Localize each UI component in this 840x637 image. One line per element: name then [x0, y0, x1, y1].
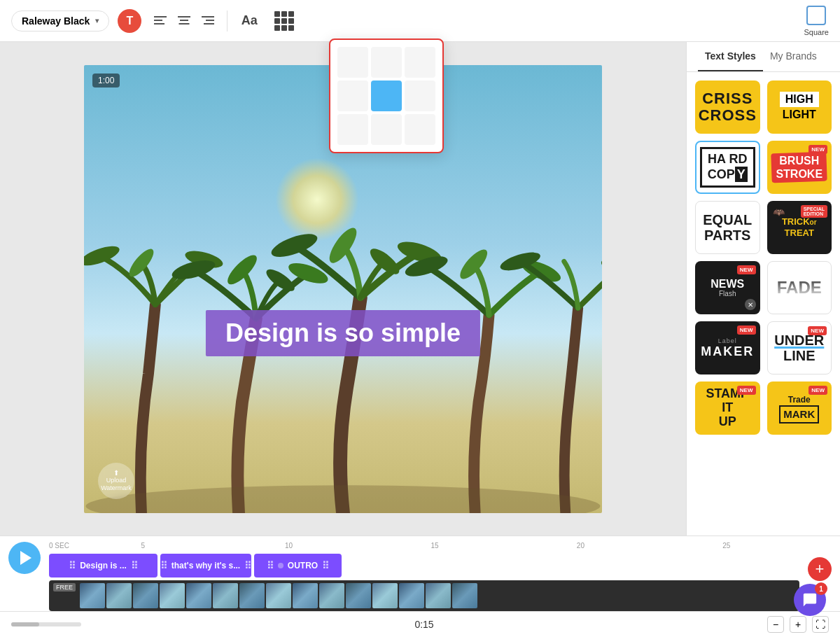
grid-cell-2[interactable] — [371, 47, 402, 78]
new-badge-news: NEW — [737, 265, 756, 274]
grid-cell-7[interactable] — [337, 114, 368, 145]
style-card-news-flash[interactable]: NEWS Flash NEW ✕ — [695, 261, 760, 314]
equal-parts-label: EQUALPARTS — [703, 212, 752, 243]
thumb-1 — [80, 583, 105, 608]
thumb-3 — [133, 583, 158, 608]
style-card-criss-cross[interactable]: CRISSCROSS — [695, 80, 760, 134]
tab-text-styles[interactable]: Text Styles — [698, 42, 763, 71]
drag-handle-2: ⠿ — [160, 560, 167, 571]
style-card-hard-copy[interactable]: HA RDCOPY — [695, 141, 760, 194]
scrollbar-thumb[interactable] — [11, 622, 39, 626]
clip1-label: Design is ... — [80, 561, 127, 570]
thumb-5 — [186, 583, 211, 608]
style-card-underline[interactable]: UNDERLINE NEW — [767, 321, 832, 374]
style-card-stamp-it-up[interactable]: STAMPITUP NEW — [695, 382, 760, 435]
grid-cell-5-active[interactable] — [371, 80, 402, 111]
ruler-10: 10 — [216, 542, 361, 550]
align-center-button[interactable] — [174, 10, 195, 31]
trademark-label: Trade MARK — [779, 393, 819, 424]
new-badge-stamp: NEW — [737, 386, 756, 395]
clip3-label: OUTRO — [288, 561, 318, 570]
thumb-13 — [399, 583, 424, 608]
play-button[interactable] — [8, 542, 41, 574]
maker-label: MAKER — [701, 344, 754, 359]
ruler-15: 15 — [362, 542, 507, 550]
label-top: Label — [701, 337, 754, 344]
clip-design-is[interactable]: ⠿ Design is ... ⠿ — [49, 554, 158, 578]
avatar: T — [118, 9, 141, 33]
font-name-label: Raleway Black — [22, 15, 90, 27]
chevron-down-icon: ▾ — [95, 17, 99, 24]
close-icon[interactable]: ✕ — [745, 299, 756, 310]
clip-thats-why[interactable]: ⠿ that's why it's s... ⠿ — [160, 554, 251, 578]
style-card-trade-mark[interactable]: Trade MARK NEW — [767, 382, 832, 435]
style-card-fade[interactable]: FADE — [767, 261, 832, 314]
svg-point-18 — [325, 223, 361, 266]
thumb-11 — [346, 583, 371, 608]
zoom-fit-button[interactable]: ⛶ — [812, 616, 829, 633]
grid-cell-4[interactable] — [337, 80, 368, 111]
style-card-label-maker[interactable]: Label MAKER NEW — [695, 321, 760, 374]
font-selector[interactable]: Raleway Black ▾ — [11, 10, 109, 31]
thumb-10 — [319, 583, 344, 608]
chat-icon — [802, 592, 818, 608]
zoom-out-button[interactable]: − — [767, 616, 784, 633]
align-left-button[interactable] — [150, 10, 171, 31]
upload-watermark-button[interactable]: ⬆ UploadWatermark — [98, 463, 134, 499]
add-clip-button[interactable]: + — [808, 557, 832, 581]
toolbar: Raleway Black ▾ T Aa Square — [0, 0, 840, 42]
svg-rect-7 — [206, 20, 214, 21]
text-style-button[interactable]: Aa — [236, 8, 262, 34]
highlight-line2: LIGHT — [777, 107, 822, 122]
grid-cell-9[interactable] — [405, 114, 435, 145]
thumb-4 — [160, 583, 185, 608]
align-buttons-group — [150, 10, 218, 31]
ruler-20: 20 — [507, 542, 653, 550]
svg-rect-4 — [180, 20, 188, 21]
style-card-equal-parts[interactable]: EQUALPARTS — [695, 201, 760, 254]
highlight-line1: HIGH — [780, 92, 819, 107]
style-card-highlight[interactable]: HIGH LIGHT — [767, 80, 832, 134]
svg-point-25 — [86, 485, 601, 513]
design-text-overlay[interactable]: Design is so simple — [206, 310, 480, 356]
grid-cell-6[interactable] — [405, 80, 435, 111]
thumbnail-row: FREE — [49, 580, 799, 611]
ruler-zero: 0 SEC — [49, 542, 70, 550]
upload-icon: ⬆ — [113, 469, 119, 477]
thumb-6 — [213, 583, 238, 608]
zoom-in-button[interactable]: + — [790, 616, 806, 633]
timer-badge: 1:00 — [92, 74, 120, 88]
svg-point-14 — [223, 251, 260, 288]
free-badge: FREE — [53, 583, 76, 592]
tab-my-brands[interactable]: My Brands — [763, 42, 824, 71]
svg-point-22 — [456, 245, 491, 282]
chat-widget[interactable]: 1 — [794, 584, 826, 616]
timeline-ruler: 0 SEC 5 10 15 20 25 — [49, 542, 799, 551]
grid-cell-3[interactable] — [405, 47, 435, 78]
upload-label: UploadWatermark — [101, 477, 132, 492]
style-grid: CRISSCROSS HIGH LIGHT HA RDCOPY — [695, 80, 832, 435]
ruler-5: 5 — [70, 542, 216, 550]
grid-dropdown-popup — [329, 38, 444, 153]
grid-icon — [274, 11, 294, 31]
align-right-button[interactable] — [197, 10, 218, 31]
drag-handle-3b: ⠿ — [322, 560, 329, 571]
right-panel: Text Styles My Brands CRISSCROSS HIGH LI… — [686, 42, 840, 536]
scrollbar-track[interactable] — [11, 622, 81, 626]
drag-handle-1: ⠿ — [69, 560, 76, 571]
aspect-ratio-button[interactable]: Square — [804, 6, 829, 36]
grid-cell-1[interactable] — [337, 47, 368, 78]
criss-cross-label: CRISSCROSS — [699, 90, 757, 124]
ruler-25: 25 — [654, 542, 799, 550]
clip-outro[interactable]: ⠿ OUTRO ⠿ — [254, 554, 342, 578]
hard-copy-label: HA RDCOPY — [708, 152, 748, 182]
style-card-brush-stroke[interactable]: BRUSHSTROKE NEW — [767, 141, 832, 194]
grid-layout-button[interactable] — [271, 8, 298, 34]
grid-cell-8[interactable] — [371, 114, 402, 145]
special-edition-badge: SPECIALEDITION — [801, 205, 827, 218]
style-card-trick-treat[interactable]: 🦇 TRICKorTREAT SPECIALEDITION — [767, 201, 832, 254]
timeline-tracks: 0 SEC 5 10 15 20 25 ⠿ Design is ... ⠿ ⠿ … — [49, 542, 799, 611]
chat-badge: 1 — [815, 582, 827, 595]
svg-point-11 — [125, 245, 158, 280]
svg-rect-5 — [179, 23, 190, 24]
